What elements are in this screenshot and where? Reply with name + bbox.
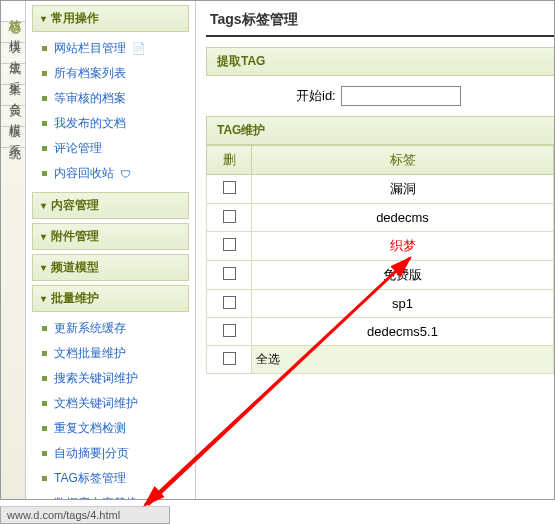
- row-checkbox[interactable]: [223, 267, 236, 280]
- page-title: Tags标签管理: [206, 9, 554, 37]
- bullet-icon: [42, 121, 47, 126]
- section-header-3[interactable]: ▾频道模型: [32, 254, 189, 281]
- menu-item[interactable]: 文档关键词维护: [40, 391, 189, 416]
- row-checkbox[interactable]: [223, 210, 236, 223]
- chevron-down-icon: ▾: [41, 293, 46, 304]
- bullet-icon: [42, 401, 47, 406]
- vtab-3[interactable]: 采集: [1, 64, 25, 85]
- start-id-input[interactable]: [341, 86, 461, 106]
- table-row: 免费版: [207, 261, 554, 290]
- chevron-down-icon: ▾: [41, 262, 46, 273]
- vtab-6[interactable]: 系统: [1, 127, 25, 148]
- vtab-5[interactable]: 模板: [1, 106, 25, 127]
- menu-item[interactable]: TAG标签管理: [40, 466, 189, 491]
- col-delete: 删: [207, 146, 252, 175]
- menu-item[interactable]: 内容回收站🛡: [40, 161, 189, 186]
- menu-item[interactable]: 重复文档检测: [40, 416, 189, 441]
- bullet-icon: [42, 376, 47, 381]
- bullet-icon: [42, 171, 47, 176]
- row-checkbox[interactable]: [223, 324, 236, 337]
- bullet-icon: [42, 351, 47, 356]
- table-row: 织梦: [207, 232, 554, 261]
- start-id-row: 开始id:: [206, 76, 554, 116]
- main-content: Tags标签管理 提取TAG 开始id: TAG维护 删 标签 漏洞dedecm…: [196, 1, 554, 499]
- vtab-2[interactable]: 生成: [1, 43, 25, 64]
- left-vertical-tabs: 核心模块生成采集会员模板系统: [1, 1, 26, 499]
- menu-item[interactable]: 更新系统缓存: [40, 316, 189, 341]
- bullet-icon: [42, 96, 47, 101]
- bullet-icon: [42, 71, 47, 76]
- menu-item[interactable]: 搜索关键词维护: [40, 366, 189, 391]
- vtab-0[interactable]: 核心: [1, 1, 25, 22]
- vtab-1[interactable]: 模块: [1, 22, 25, 43]
- chevron-down-icon: ▾: [41, 13, 46, 24]
- bullet-icon: [42, 326, 47, 331]
- vtab-4[interactable]: 会员: [1, 85, 25, 106]
- select-all-label[interactable]: 全选: [252, 346, 554, 374]
- status-bar: www.d.com/tags/4.html: [0, 506, 170, 524]
- section-header-0[interactable]: ▾常用操作: [32, 5, 189, 32]
- chevron-down-icon: ▾: [41, 231, 46, 242]
- row-checkbox[interactable]: [223, 181, 236, 194]
- table-row: 漏洞: [207, 175, 554, 204]
- panel-extract-tag: 提取TAG: [206, 47, 554, 76]
- start-id-label: 开始id:: [296, 87, 336, 105]
- item-icon: 📄: [132, 42, 146, 55]
- tag-cell: dedecms: [252, 204, 554, 232]
- table-row: sp1: [207, 290, 554, 318]
- bullet-icon: [42, 426, 47, 431]
- panel-tag-maintain: TAG维护: [206, 116, 554, 145]
- menu-item[interactable]: 自动摘要|分页: [40, 441, 189, 466]
- bullet-icon: [42, 146, 47, 151]
- bullet-icon: [42, 451, 47, 456]
- item-icon: 🛡: [120, 168, 131, 180]
- menu-item[interactable]: 评论管理: [40, 136, 189, 161]
- table-row: dedecms: [207, 204, 554, 232]
- menu-item[interactable]: 文档批量维护: [40, 341, 189, 366]
- tag-cell: 织梦: [252, 232, 554, 261]
- tag-cell: dedecms5.1: [252, 318, 554, 346]
- tag-table: 删 标签 漏洞dedecms织梦免费版sp1dedecms5.1 全选: [206, 145, 554, 374]
- section-header-4[interactable]: ▾批量维护: [32, 285, 189, 312]
- table-row: dedecms5.1: [207, 318, 554, 346]
- col-tag: 标签: [252, 146, 554, 175]
- menu-item[interactable]: 我发布的文档: [40, 111, 189, 136]
- select-all-checkbox[interactable]: [223, 352, 236, 365]
- section-header-1[interactable]: ▾内容管理: [32, 192, 189, 219]
- chevron-down-icon: ▾: [41, 200, 46, 211]
- tag-cell: 漏洞: [252, 175, 554, 204]
- section-header-2[interactable]: ▾附件管理: [32, 223, 189, 250]
- tag-cell: 免费版: [252, 261, 554, 290]
- menu-item[interactable]: 网站栏目管理📄: [40, 36, 189, 61]
- bullet-icon: [42, 476, 47, 481]
- tag-cell: sp1: [252, 290, 554, 318]
- menu-item[interactable]: 数据库内容替换: [40, 491, 189, 499]
- menu-item[interactable]: 所有档案列表: [40, 61, 189, 86]
- bullet-icon: [42, 46, 47, 51]
- select-all-checkbox-cell: [207, 346, 252, 374]
- row-checkbox[interactable]: [223, 296, 236, 309]
- menu-item[interactable]: 等审核的档案: [40, 86, 189, 111]
- row-checkbox[interactable]: [223, 238, 236, 251]
- sidebar: ▾常用操作网站栏目管理📄所有档案列表等审核的档案我发布的文档评论管理内容回收站🛡…: [26, 1, 196, 499]
